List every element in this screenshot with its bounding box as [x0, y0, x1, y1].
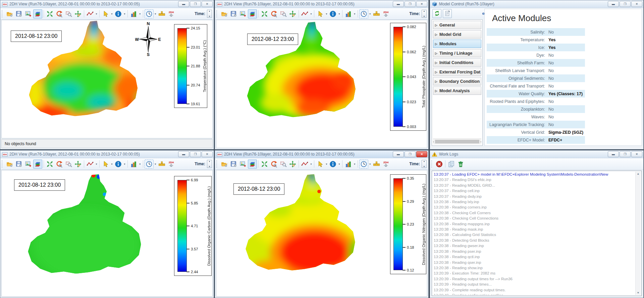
map-canvas[interactable]: 2012-08-12 23:00 6.995.854.713.572.44 Di… [1, 170, 213, 297]
clock-icon[interactable] [145, 160, 154, 169]
scrollbar-thumb[interactable] [435, 140, 479, 143]
export-image-icon[interactable] [238, 9, 248, 18]
info-icon[interactable] [114, 9, 123, 18]
save-icon[interactable] [14, 9, 23, 18]
minimize-button[interactable]: ▬ [178, 151, 189, 157]
save-icon[interactable] [229, 9, 238, 18]
select-cursor-icon[interactable] [101, 160, 110, 169]
nav-accordion-item[interactable]: ▷ Boundary Condition [433, 77, 481, 85]
pan-icon[interactable] [73, 9, 83, 18]
clear-log-icon[interactable] [456, 160, 465, 169]
minimize-button[interactable]: ▬ [393, 151, 404, 157]
scroll-down-icon[interactable]: ▼ [637, 291, 640, 294]
polyline-icon[interactable] [300, 160, 309, 169]
select-cursor-icon[interactable] [316, 9, 325, 18]
2dh-tools-icon[interactable] [167, 160, 176, 169]
scroll-left-icon[interactable]: ‹ [433, 140, 434, 143]
dropdown-arrow-icon[interactable]: ▼ [354, 163, 356, 165]
dropdown-arrow-icon[interactable]: ▼ [111, 13, 113, 15]
scroll-up-icon[interactable]: ▲ [637, 172, 640, 175]
open-folder-icon[interactable] [5, 9, 14, 18]
toolbar-grip[interactable] [2, 160, 3, 168]
dropdown-arrow-icon[interactable]: ▼ [310, 163, 312, 165]
stop-icon[interactable] [435, 160, 444, 169]
select-cursor-icon[interactable] [316, 160, 325, 169]
layers-icon[interactable] [248, 160, 257, 169]
pan-icon[interactable] [73, 160, 83, 169]
maximize-button[interactable]: ❐ [620, 151, 631, 157]
fit-extents-icon[interactable] [45, 9, 54, 18]
chart-icon[interactable] [129, 9, 138, 18]
chart-icon[interactable] [129, 160, 138, 169]
select-cursor-icon[interactable] [101, 9, 110, 18]
map-canvas[interactable]: N S W E 2012-08-12 23:00 24.1523.0121.88… [1, 20, 213, 138]
scroll-right-icon[interactable]: › [480, 140, 481, 143]
ruler-icon[interactable] [372, 9, 381, 18]
chart-icon[interactable] [344, 9, 353, 18]
dropdown-arrow-icon[interactable]: ▼ [325, 13, 328, 15]
close-button[interactable]: ✕ [631, 151, 642, 157]
toolbar-grip[interactable] [431, 160, 433, 168]
minimize-button[interactable]: ▬ [393, 1, 404, 7]
open-folder-icon[interactable] [220, 160, 229, 169]
fit-extents-icon[interactable] [260, 9, 269, 18]
ruler-icon[interactable] [372, 160, 381, 169]
zoom-window-icon[interactable] [64, 160, 73, 169]
pan-icon[interactable] [288, 9, 297, 18]
polyline-icon[interactable] [86, 160, 95, 169]
rotate-view-icon[interactable] [269, 9, 278, 18]
maximize-button[interactable]: ❐ [620, 1, 631, 7]
polyline-icon[interactable] [300, 9, 309, 18]
time-spinner[interactable]: ▲▼ [207, 10, 212, 18]
dropdown-arrow-icon[interactable]: ▼ [338, 13, 340, 15]
open-folder-icon[interactable] [220, 9, 229, 18]
time-spinner[interactable]: ▲▼ [422, 10, 427, 18]
dropdown-arrow-icon[interactable]: ▼ [95, 163, 98, 165]
layers-icon[interactable] [33, 9, 42, 18]
titlebar[interactable]: 2DH View (Run76-10layer, 2012-08-01 00:0… [0, 0, 214, 8]
titlebar[interactable]: 2DH View (Run76-10layer, 2012-08-01 00:0… [215, 151, 428, 158]
minimize-button[interactable]: ▬ [608, 151, 619, 157]
dropdown-arrow-icon[interactable]: ▼ [95, 13, 98, 15]
dropdown-arrow-icon[interactable]: ▼ [154, 13, 157, 15]
rotate-view-icon[interactable] [55, 9, 64, 18]
close-button[interactable]: ✕ [202, 151, 213, 157]
titlebar[interactable]: 2DH View (Run76-10layer, 2012-08-01 00:0… [215, 0, 428, 8]
titlebar[interactable]: Model Control (Run76-10layer) ▬ ❐ ✕ [430, 0, 643, 8]
toolbar-grip[interactable] [216, 10, 218, 17]
map-canvas[interactable]: 2012-08-12 23:00 0.0820.0620.0430.0230.0… [216, 20, 427, 148]
ruler-icon[interactable] [157, 160, 166, 169]
dropdown-arrow-icon[interactable]: ▼ [369, 13, 371, 15]
rotate-view-icon[interactable] [269, 160, 278, 169]
refresh-icon[interactable] [432, 9, 441, 18]
maximize-button[interactable]: ❐ [405, 151, 416, 157]
2dh-tools-icon[interactable] [381, 160, 390, 169]
pan-icon[interactable] [288, 160, 297, 169]
chart-icon[interactable] [344, 160, 353, 169]
nav-accordion-item[interactable]: ▷ Model Grid [433, 30, 481, 39]
info-icon[interactable] [328, 9, 337, 18]
dropdown-arrow-icon[interactable]: ▼ [111, 163, 113, 165]
rotate-view-icon[interactable] [55, 160, 64, 169]
maximize-button[interactable]: ❐ [190, 1, 201, 7]
nav-accordion-item[interactable]: ▷ Initial Conditions [433, 58, 481, 67]
dropdown-arrow-icon[interactable]: ▼ [123, 13, 126, 15]
fit-extents-icon[interactable] [45, 160, 54, 169]
layers-icon[interactable] [248, 9, 257, 18]
clock-icon[interactable] [145, 9, 154, 18]
nav-accordion-item[interactable]: ▷ External Forcing Dat [433, 68, 481, 76]
dropdown-arrow-icon[interactable]: ▼ [154, 163, 157, 165]
open-folder-icon[interactable] [5, 160, 14, 169]
minimize-button[interactable]: ▬ [178, 1, 189, 7]
toolbar-grip[interactable] [216, 160, 218, 168]
dropdown-arrow-icon[interactable]: ▼ [369, 163, 371, 165]
dropdown-arrow-icon[interactable]: ▼ [310, 13, 312, 15]
time-spinner[interactable]: ▲▼ [422, 160, 427, 168]
maximize-button[interactable]: ❐ [190, 151, 201, 157]
ruler-icon[interactable] [157, 9, 166, 18]
report-icon[interactable] [443, 9, 452, 18]
map-canvas[interactable]: 2012-08-12 23:00 0.350.290.230.180.12 Di… [216, 170, 427, 297]
nav-accordion-item[interactable]: ▷ Modules [433, 40, 481, 48]
nav-accordion-item[interactable]: ▷ Timing / Linkage [433, 49, 481, 57]
export-image-icon[interactable] [24, 9, 33, 18]
